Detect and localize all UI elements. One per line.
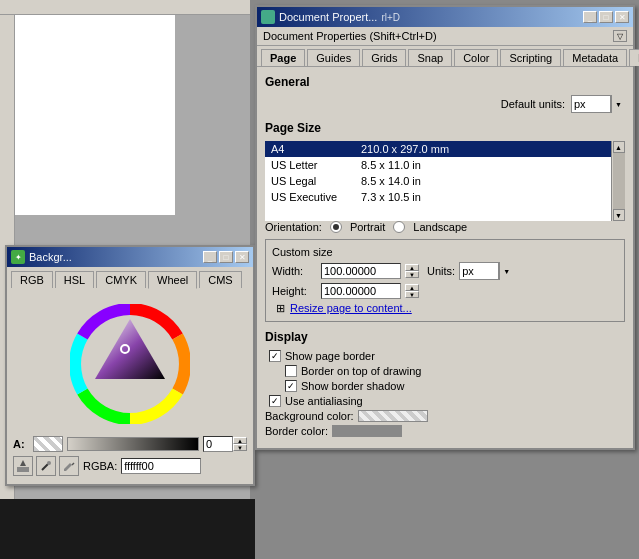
svg-line-8 (72, 463, 74, 465)
height-spinner: ▲ ▼ (405, 284, 419, 298)
bgc-minimize-btn[interactable]: _ (203, 251, 217, 263)
alpha-spin-up[interactable]: ▲ (233, 437, 247, 444)
show-border-label: Show page border (285, 350, 375, 362)
page-size-item-usexec[interactable]: US Executive 7.3 x 10.5 in (265, 189, 625, 205)
alpha-spin-down[interactable]: ▼ (233, 444, 247, 451)
custom-units-select[interactable]: px (459, 262, 499, 280)
bg-color-row: Background color: (265, 410, 625, 422)
docprop-sub-minimize[interactable]: ▽ (613, 30, 627, 42)
tab-grids[interactable]: Grids (362, 49, 406, 66)
height-spin-up[interactable]: ▲ (405, 284, 419, 291)
width-label: Width: (272, 265, 317, 277)
docprop-restore-btn[interactable]: □ (599, 11, 613, 23)
border-color-row: Border color: (265, 425, 625, 437)
bgc-close-btn[interactable]: ✕ (235, 251, 249, 263)
page-size-item-uslegal[interactable]: US Legal 8.5 x 14.0 in (265, 173, 625, 189)
page-size-item-usletter[interactable]: US Letter 8.5 x 11.0 in (265, 157, 625, 173)
docprop-minimize-btn[interactable]: _ (583, 11, 597, 23)
alpha-input[interactable]: 0 (203, 436, 233, 452)
resize-link[interactable]: Resize page to content... (290, 302, 412, 314)
tab-page[interactable]: Page (261, 49, 305, 66)
tab-wheel[interactable]: Wheel (148, 271, 197, 289)
docprop-win-buttons: _ □ ✕ (583, 11, 629, 23)
bgc-titlebar-left: ✦ Backgr... (11, 250, 72, 264)
show-border-checkbox[interactable] (269, 350, 281, 362)
units-select-group: px ▼ (571, 95, 625, 113)
radio-portrait[interactable] (330, 221, 342, 233)
rgba-label: RGBA: (83, 460, 117, 472)
rgba-row: RGBA: ffffff00 (13, 454, 247, 478)
default-units-select[interactable]: px (571, 95, 611, 113)
width-spinner: ▲ ▼ (405, 264, 419, 278)
alpha-spinner-group: 0 ▲ ▼ (203, 436, 247, 452)
alpha-slider[interactable] (67, 437, 199, 451)
svg-point-7 (47, 461, 51, 465)
height-input[interactable]: 100.00000 (321, 283, 401, 299)
bgc-tabs: RGB HSL CMYK Wheel CMS (7, 267, 253, 288)
icon-row (13, 456, 79, 476)
width-row: Width: 100.00000 ▲ ▼ Units: px ▼ (272, 262, 618, 280)
alpha-spinner: ▲ ▼ (233, 437, 247, 451)
orientation-label: Orientation: (265, 221, 322, 233)
page-size-list[interactable]: A4 210.0 x 297.0 mm US Letter 8.5 x 11.0… (265, 141, 625, 221)
custom-units-value: px (462, 265, 474, 277)
bgc-titlebar: ✦ Backgr... _ □ ✕ (7, 247, 253, 267)
border-shadow-checkbox[interactable] (285, 380, 297, 392)
docprop-shortcut: rl+D (381, 12, 400, 23)
bgc-title-icon: ✦ (11, 250, 25, 264)
fill-color-btn[interactable] (13, 456, 33, 476)
tab-cms[interactable]: CMS (199, 271, 241, 288)
tab-rgb[interactable]: RGB (11, 271, 53, 288)
default-units-arrow[interactable]: ▼ (611, 95, 625, 113)
width-spin-down[interactable]: ▼ (405, 271, 419, 278)
height-spin-down[interactable]: ▼ (405, 291, 419, 298)
alpha-checker (33, 436, 63, 452)
docprop-close-btn[interactable]: ✕ (615, 11, 629, 23)
page-size-dims-usexec: 7.3 x 10.5 in (361, 191, 421, 203)
portrait-label: Portrait (350, 221, 385, 233)
border-shadow-row: Show border shadow (265, 380, 625, 392)
tab-metadata[interactable]: Metadata (563, 49, 627, 66)
custom-units-arrow[interactable]: ▼ (499, 262, 513, 280)
tab-color[interactable]: Color (454, 49, 498, 66)
show-border-row: Show page border (265, 350, 625, 362)
tab-hsl[interactable]: HSL (55, 271, 94, 288)
alpha-row: A: 0 ▲ ▼ (13, 434, 247, 454)
bg-color-swatch[interactable] (358, 410, 428, 422)
default-units-row: Default units: px ▼ (265, 95, 625, 113)
border-color-swatch[interactable] (332, 425, 402, 437)
eyedropper-btn[interactable] (36, 456, 56, 476)
canvas-page (15, 15, 175, 215)
default-units-label: Default units: (501, 98, 565, 110)
page-size-section: Page Size A4 210.0 x 297.0 mm US Letter … (265, 121, 625, 221)
page-size-dims-a4: 210.0 x 297.0 mm (361, 143, 449, 155)
fill-icon (16, 459, 30, 473)
tab-license[interactable]: License (629, 49, 639, 66)
scroll-track[interactable] (613, 153, 625, 209)
border-top-checkbox[interactable] (285, 365, 297, 377)
width-spin-up[interactable]: ▲ (405, 264, 419, 271)
color-wheel-svg[interactable] (70, 304, 190, 424)
radio-landscape[interactable] (393, 221, 405, 233)
scroll-up[interactable]: ▲ (613, 141, 625, 153)
default-units-value: px (574, 98, 586, 110)
plus-icon: ⊞ (276, 302, 285, 314)
antialiasing-checkbox[interactable] (269, 395, 281, 407)
tab-cmyk[interactable]: CMYK (96, 271, 146, 288)
tab-guides[interactable]: Guides (307, 49, 360, 66)
page-size-scrollbar[interactable]: ▲ ▼ (611, 141, 625, 221)
horizontal-ruler (0, 0, 250, 15)
page-size-item-a4[interactable]: A4 210.0 x 297.0 mm (265, 141, 625, 157)
general-title: General (265, 75, 625, 89)
tab-snap[interactable]: Snap (408, 49, 452, 66)
scroll-down[interactable]: ▼ (613, 209, 625, 221)
pipette-btn[interactable] (59, 456, 79, 476)
rgba-input[interactable]: ffffff00 (121, 458, 201, 474)
antialiasing-label: Use antialiasing (285, 395, 363, 407)
page-size-name-uslegal: US Legal (271, 175, 361, 187)
border-top-row: Border on top of drawing (265, 365, 625, 377)
tab-scripting[interactable]: Scripting (500, 49, 561, 66)
docprop-body: General Default units: px ▼ Page Size A4… (257, 67, 633, 448)
bgc-restore-btn[interactable]: □ (219, 251, 233, 263)
width-input[interactable]: 100.00000 (321, 263, 401, 279)
